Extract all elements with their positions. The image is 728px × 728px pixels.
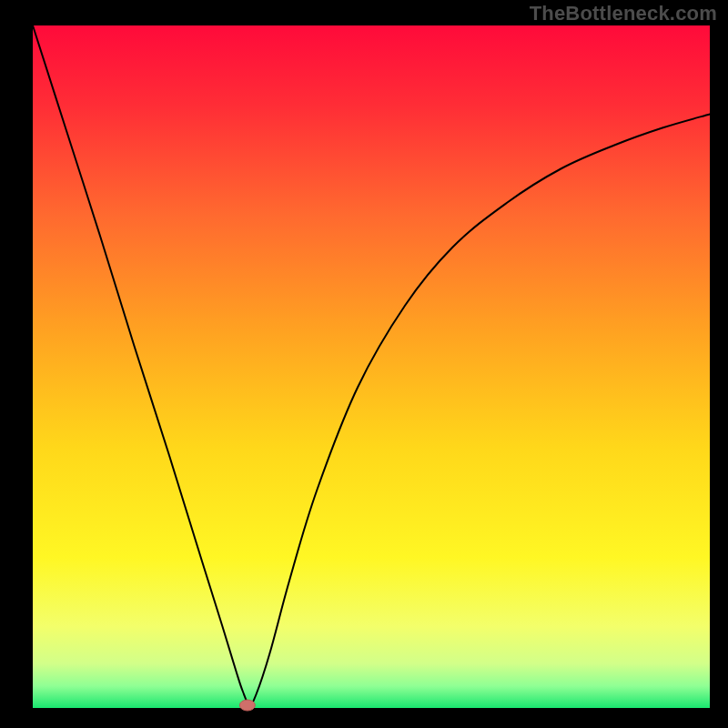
plot-background xyxy=(33,25,710,708)
chart-frame: TheBottleneck.com xyxy=(0,0,728,728)
bottleneck-chart xyxy=(0,0,728,728)
optimal-point-marker xyxy=(239,700,255,711)
